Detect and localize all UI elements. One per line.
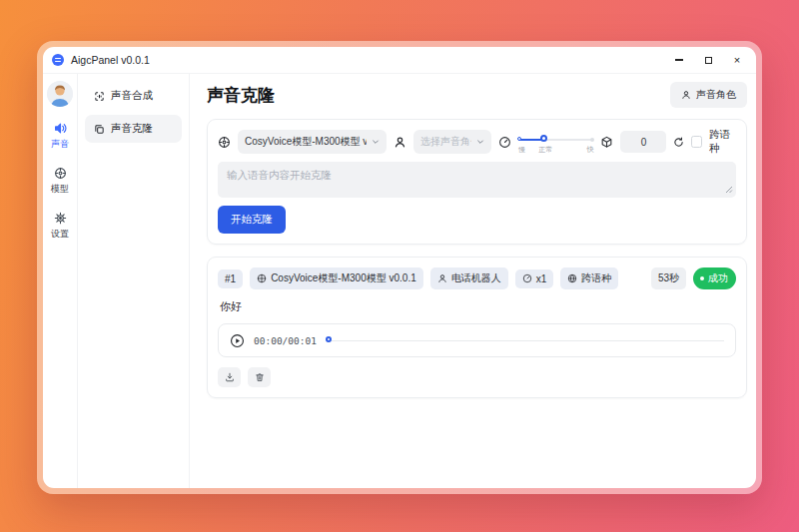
sidebar-item-voice[interactable]: 声音: [51, 122, 69, 151]
model-icon: [218, 136, 231, 149]
seed-input[interactable]: [620, 131, 666, 153]
clone-text-input[interactable]: [218, 162, 736, 198]
result-card: #1 CosyVoice模型-M300模型 v0.0.1 电话机器人 x1: [207, 257, 747, 398]
result-voice-badge: 电话机器人: [430, 267, 508, 289]
chevron-down-icon: [476, 138, 484, 146]
result-model-badge: CosyVoice模型-M300模型 v0.0.1: [250, 267, 423, 289]
main-content: 声音克隆 声音角色 CosyVoice模型-M300模型 v0.0.1: [190, 74, 756, 488]
app-window: AigcPanel v0.0.1 × 声音: [37, 41, 762, 494]
gear-icon: [54, 212, 67, 225]
result-speed-badge: x1: [515, 269, 554, 288]
seed-icon: [600, 136, 613, 149]
rail-label: 声音: [51, 138, 69, 151]
result-mode-badge: 跨语种: [560, 267, 618, 289]
speed-label-fast: 快: [586, 145, 593, 155]
download-button[interactable]: [218, 367, 241, 387]
person-icon: [394, 136, 406, 149]
model-select[interactable]: CosyVoice模型-M300模型 v0.0.1: [238, 130, 387, 154]
seek-handle[interactable]: [326, 336, 332, 342]
result-index-badge: #1: [218, 269, 243, 288]
rail-label: 设置: [51, 228, 69, 241]
speed-label-slow: 慢: [518, 145, 525, 155]
speed-label-normal: 正常: [538, 145, 552, 155]
menu-item-voice-clone[interactable]: 声音克隆: [85, 115, 182, 143]
app-logo-icon: [52, 54, 64, 66]
voice-select-placeholder: 选择声音角色: [420, 135, 471, 149]
avatar[interactable]: [47, 81, 73, 107]
chevron-down-icon: [372, 138, 380, 146]
voice-role-label: 声音角色: [696, 88, 736, 102]
sidebar-item-settings[interactable]: 设置: [51, 212, 69, 241]
close-icon[interactable]: ×: [731, 54, 743, 66]
synthesis-icon: [94, 91, 105, 102]
start-clone-button[interactable]: 开始克隆: [218, 206, 286, 234]
speed-slider[interactable]: 慢 正常 快: [518, 132, 593, 154]
refresh-icon[interactable]: [673, 137, 684, 148]
status-badge: 成功: [693, 267, 736, 289]
voice-select[interactable]: 选择声音角色: [413, 130, 491, 154]
person-icon: [681, 90, 691, 100]
menu-item-label: 声音合成: [111, 89, 153, 103]
result-text: 你好: [220, 299, 734, 314]
play-icon[interactable]: [230, 333, 245, 348]
globe-icon: [567, 273, 577, 283]
model-icon: [257, 273, 267, 283]
clone-icon: [94, 124, 105, 135]
sidebar-item-model[interactable]: 模型: [51, 167, 69, 196]
icon-rail: 声音 模型 设置: [43, 74, 78, 488]
model-select-value: CosyVoice模型-M300模型 v0.0.1: [245, 135, 367, 149]
person-icon: [437, 273, 447, 283]
voice-menu: 声音合成 声音克隆: [78, 74, 190, 488]
seek-bar[interactable]: [326, 334, 724, 346]
menu-item-label: 声音克隆: [111, 122, 153, 136]
menu-item-voice-synthesis[interactable]: 声音合成: [85, 82, 182, 110]
delete-button[interactable]: [248, 367, 271, 387]
window-title: AigcPanel v0.0.1: [71, 54, 150, 66]
clone-form-card: CosyVoice模型-M300模型 v0.0.1 选择声音角色: [207, 119, 747, 245]
titlebar: AigcPanel v0.0.1 ×: [43, 47, 756, 74]
trash-icon: [255, 372, 265, 382]
speed-gauge-icon: [498, 136, 511, 149]
maximize-icon[interactable]: [702, 54, 714, 66]
resize-handle-icon[interactable]: [725, 186, 733, 194]
page-title: 声音克隆: [207, 84, 275, 107]
rail-label: 模型: [51, 183, 69, 196]
result-duration-badge: 53秒: [651, 267, 686, 289]
download-icon: [225, 372, 235, 382]
speed-slider-handle[interactable]: [540, 135, 547, 142]
status-dot-icon: [700, 276, 704, 280]
audio-player: 00:00/00:01: [218, 323, 736, 357]
cross-lingual-label: 跨语种: [709, 128, 736, 156]
voice-role-button[interactable]: 声音角色: [670, 82, 747, 108]
cross-lingual-checkbox[interactable]: [691, 136, 702, 148]
speaker-icon: [54, 122, 67, 135]
minimize-icon[interactable]: [673, 54, 685, 66]
model-icon: [54, 167, 67, 180]
speed-gauge-icon: [522, 273, 532, 283]
player-time: 00:00/00:01: [254, 335, 317, 346]
